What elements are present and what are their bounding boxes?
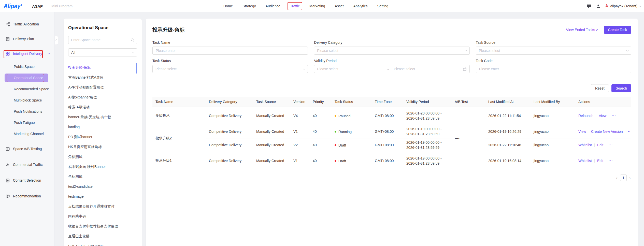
task-status-select[interactable]: Please select (152, 65, 308, 73)
chevron-up-icon (48, 53, 50, 55)
space-search-input[interactable] (71, 38, 128, 42)
sidebar-item-public-space[interactable]: Public Space (0, 61, 54, 72)
divider (594, 159, 595, 163)
column-header: Version (290, 97, 310, 107)
pagination: ‹ 1 › (152, 175, 631, 181)
sidebar-item-marketing-channel[interactable]: Marketing Channel (0, 128, 54, 139)
action-relaunch[interactable]: Relaunch (578, 114, 593, 118)
space-list-item[interactable]: 易乘码页面-腰封Banner (68, 162, 137, 172)
space-list-item[interactable]: banner-承接-无定坑-有审批 (68, 112, 137, 122)
spaces-panel-title: Operational Space (68, 25, 137, 31)
column-header: Delivery Category (206, 97, 253, 107)
nav-item-strategy[interactable]: Strategy (242, 4, 256, 8)
space-list-item[interactable]: 投承升级-角标 (68, 63, 137, 73)
space-list-item[interactable]: 反扫结果页推荐开通核身支付 (68, 201, 137, 211)
search-icon[interactable] (131, 38, 134, 42)
sidebar-item-commercial-traffic[interactable]: Commercial Traffic (0, 157, 54, 172)
task-name-input[interactable] (152, 47, 308, 55)
action-edit[interactable]: Edit (597, 143, 603, 147)
action-whitelist[interactable]: Whitelist (578, 159, 592, 163)
space-list-item[interactable]: 收银台支付中推荐核身支付展位 (68, 221, 137, 231)
space-list-item[interactable]: PD 测试banner (68, 132, 137, 142)
table-row: Competitive Delivery Manually Created V2… (152, 138, 631, 152)
sidebar-item-space-ab-testing[interactable]: Space A/B Testing (0, 141, 54, 156)
intelligent-delivery-icon (6, 52, 10, 56)
calendar-icon (463, 67, 467, 71)
sidebar-item-operational-space[interactable]: Operational Space (0, 72, 54, 83)
space-list-item[interactable]: test2-candidate (68, 182, 137, 192)
tenant-switcher[interactable]: A alipayhk (Tenant) (605, 4, 641, 8)
task-table: Task Name Delivery Category Task Source … (152, 97, 631, 170)
create-task-button[interactable]: Create Task (604, 26, 631, 34)
reset-button[interactable]: Reset (591, 84, 609, 92)
recommendation-icon (6, 194, 10, 198)
delivery-category-select[interactable]: Please select (314, 47, 469, 55)
space-list-item[interactable]: HK首页应用宫格角标 (68, 142, 137, 152)
view-ended-tasks-link[interactable]: View Ended Tasks > (566, 28, 598, 32)
more-actions-icon[interactable]: ··· (612, 114, 616, 118)
nav-item-audience[interactable]: Audience (266, 4, 280, 8)
sidebar-item-recommendation[interactable]: Recommendation (0, 189, 54, 204)
spaces-panel: Operational Space All 投承升级-角标 首页Banner样式… (64, 19, 142, 246)
space-list-item[interactable]: APP浮动视图配置展位 (68, 82, 137, 92)
nav-item-setting[interactable]: Setting (377, 4, 389, 8)
status-dot (335, 160, 336, 162)
status-badge: Paused (335, 114, 350, 118)
pagination-next-icon[interactable]: › (629, 176, 631, 180)
workspace-tab-mini-program[interactable]: Mini Program (51, 4, 73, 8)
sidebar-item-intelligent-delivery[interactable]: Intelligent Delivery (0, 46, 54, 61)
validity-period-picker[interactable]: Please select → Please select (314, 65, 469, 73)
divider (609, 114, 609, 118)
space-filter-select[interactable]: All (68, 48, 137, 56)
nav-item-traffic[interactable]: Traffic (290, 4, 300, 8)
task-source-select[interactable]: Please select (476, 47, 631, 55)
scrollbar-thumb[interactable] (136, 63, 137, 74)
top-navbar: Alipay+ ASAP Mini Program Home Strategy … (0, 0, 644, 12)
space-list-item[interactable]: 角标测试 (68, 172, 137, 182)
pagination-prev-icon[interactable]: ‹ (616, 176, 618, 180)
space-list-item[interactable]: 搜索-A级活动 (68, 102, 137, 112)
task-code-label: Task Code (476, 59, 631, 63)
space-list-item[interactable]: 同程乘車碼 (68, 211, 137, 221)
more-actions-icon[interactable]: ··· (609, 143, 613, 147)
sidebar-item-push-notifications[interactable]: Push Notifications (0, 106, 54, 117)
validity-period-label: Validity Period (314, 59, 469, 63)
user-account-icon[interactable] (596, 4, 601, 9)
workspace-tab-asap[interactable]: ASAP (32, 4, 43, 8)
action-view[interactable]: View (578, 129, 586, 134)
table-row: 投承升级2 Competitive Delivery Manually Crea… (152, 125, 631, 138)
delivery-category-label: Delivery Category (314, 40, 469, 45)
primary-nav: Home Strategy Audience Traffic Marketing… (223, 0, 388, 12)
space-list-item[interactable]: SHI_PERIL_BACKING (68, 241, 137, 246)
sidebar-item-push-fatigue[interactable]: Push Fatigue (0, 117, 54, 128)
action-create-new-version[interactable]: Create New Version (591, 129, 623, 134)
space-list-item[interactable]: 角标测试 (68, 152, 137, 162)
sidebar-collapse-handle[interactable] (55, 36, 58, 45)
nav-item-marketing[interactable]: Marketing (309, 4, 325, 8)
nav-item-asset[interactable]: Asset (335, 4, 344, 8)
sidebar-item-delivery-plan[interactable]: Delivery Plan (0, 32, 54, 46)
sidebar-item-multi-block-space[interactable]: Multi-block Space (0, 95, 54, 106)
nav-item-home[interactable]: Home (223, 4, 233, 8)
space-list-item[interactable]: 首页Banner样式A展位 (68, 73, 137, 82)
action-view[interactable]: View (599, 114, 606, 118)
space-list-item[interactable]: testimage (68, 192, 137, 201)
sidebar-item-traffic-allocation[interactable]: Traffic Allocation (0, 17, 54, 32)
pagination-page-1[interactable]: 1 (620, 175, 627, 181)
action-whitelist[interactable]: Whitelist (578, 143, 592, 147)
column-header: Actions (575, 97, 631, 107)
search-button[interactable]: Search (611, 84, 631, 92)
task-code-input[interactable] (476, 65, 631, 73)
feedback-message-icon[interactable] (586, 4, 591, 9)
nav-item-analytics[interactable]: Analytics (353, 4, 368, 8)
space-list-item[interactable]: landing (68, 122, 137, 132)
alipay-plus-logo[interactable]: Alipay+ (4, 3, 22, 10)
traffic-allocation-icon (6, 22, 10, 26)
sidebar-item-content-selection[interactable]: Content Selection (0, 173, 54, 188)
action-edit[interactable]: Edit (597, 159, 603, 163)
space-list-item[interactable]: 直通巴士轮播 (68, 231, 137, 241)
space-list-item[interactable]: AI搜索banner展位 (68, 92, 137, 102)
sidebar-item-recommended-space[interactable]: Recommended Space (0, 83, 54, 95)
more-actions-icon[interactable]: ··· (609, 159, 613, 163)
more-actions-icon[interactable]: ··· (628, 129, 631, 134)
